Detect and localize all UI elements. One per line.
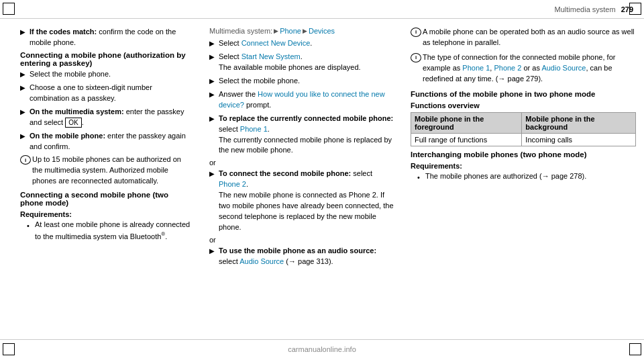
section1-heading: Connecting a mobile phone (authorization… [20,51,193,67]
arrow-icon-2: ▶ [20,70,30,80]
m-item6: ▶ To connect the second mobile phone: se… [209,169,394,233]
breadcrumb-phone: Phone [280,27,301,35]
header-bar: Multimedia system 279 [0,0,644,19]
s1-item3: ▶ On the multimedia system: enter the pa… [20,107,193,128]
breadcrumb-arrow-2: ▶ [303,28,307,34]
link-how-would[interactable]: How would you like to connect the new de… [219,90,385,109]
m-arrow-5: ▶ [209,114,219,124]
info-circle-icon-2: i [411,28,421,37]
r-req-item1: • The mobile phones are authorized (→ pa… [411,171,636,183]
r-info2: i The type of connection for the connect… [411,52,636,85]
m-item7: ▶ To use the mobile phone as an audio so… [209,246,394,267]
m-arrow-2: ▶ [209,52,219,62]
req-heading-left: Requirements: [20,210,193,218]
arrow-icon-4: ▶ [20,107,30,118]
table-cell-background: Incoming calls [522,133,636,146]
functions-heading: Functions of the mobile phone in two pho… [411,90,636,98]
s1-item2: ▶ Choose a one to sixteen-digit number c… [20,83,193,104]
m-item7-text: To use the mobile phone as an audio sour… [219,246,394,267]
intro-bullet: ▶ If the codes match: confirm the code o… [20,27,193,48]
m-arrow-7: ▶ [209,247,219,257]
table-header-background: Mobile phone in the background [522,112,636,133]
link-phone2-right[interactable]: Phone 2 [494,64,521,72]
arrow-icon-1: ▶ [20,28,30,38]
breadcrumb-start: Multimedia system: [209,27,272,35]
s1-item1-text: Select the mobile phone. [30,69,193,80]
table-cell-foreground: Full range of functions [411,133,522,146]
r-info1-text: A mobile phone can be operated both as a… [423,27,636,48]
m-item4: ▶ Answer the How would you like to conne… [209,89,394,111]
col-right: i A mobile phone can be operated both as… [402,24,644,334]
m-item5: ▶ To replace the currently connected mob… [209,114,394,156]
req-item-1: • At least one mobile phone is already c… [20,220,193,242]
or-1: or [209,159,394,167]
link-audio-source-right[interactable]: Audio Source [541,64,586,72]
content-area: ▶ If the codes match: confirm the code o… [0,19,644,339]
link-phone2[interactable]: Phone 2 [219,180,246,188]
page-container: Multimedia system 279 ▶ If the codes mat… [0,0,644,358]
intro-bold: If the codes match: [30,28,97,36]
arrow-icon-5: ▶ [20,132,30,142]
s1-item3-text: On the multimedia system: enter the pass… [30,107,193,128]
m-item5-text: To replace the currently connected mobil… [219,114,394,156]
info-item-1: i Up to 15 mobile phones can be authoriz… [20,154,193,187]
m-arrow-6: ▶ [209,169,219,179]
info-circle-icon-1: i [20,155,31,165]
link-start-new-system[interactable]: Start New System [241,52,301,60]
intro-text: If the codes match: confirm the code on … [30,27,193,48]
breadcrumb-devices[interactable]: Devices [309,27,335,35]
link-phone1[interactable]: Phone 1 [240,125,268,133]
col-left: ▶ If the codes match: confirm the code o… [0,24,201,334]
m-item1-text: Select Connect New Device. [219,38,394,49]
info-text-1: Up to 15 mobile phones can be authorized… [32,154,193,187]
col-middle: Multimedia system: ▶ Phone ▶ Devices ▶ S… [201,24,402,334]
breadcrumb: Multimedia system: ▶ Phone ▶ Devices [209,27,394,35]
or-2: or [209,236,394,244]
m-arrow-1: ▶ [209,39,219,49]
dot-icon-1: • [27,221,35,232]
r-info2-text: The type of connection for the connected… [423,52,636,85]
m-item2-text: Select Start New System.The available mo… [219,52,394,73]
r-req-item1-text: The mobile phones are authorized (→ page… [425,171,636,182]
header-title: Multimedia system [555,5,616,13]
dot-icon-2: • [417,173,425,183]
m-item3-text: Select the mobile phone. [219,76,394,87]
footer-watermark: carmanualonline.info [288,345,356,353]
s1-item2-text: Choose a one to sixteen-digit number com… [30,83,193,104]
link-connect-new-device[interactable]: Connect New Device [241,39,311,47]
m-item4-text: Answer the How would you like to connect… [219,89,394,111]
req-heading-right: Requirements: [411,162,636,170]
m-item2: ▶ Select Start New System.The available … [209,52,394,73]
s1-item4-text: On the mobile phone: enter the passkey a… [30,131,193,152]
footer-bar: carmanualonline.info [0,339,644,358]
functions-overview-heading: Functions overview [411,101,636,109]
interchanging-heading: Interchanging mobile phones (two phone m… [411,150,636,159]
req-item-1-text: At least one mobile phone is already con… [35,220,193,242]
header-page: 279 [621,5,633,13]
arrow-icon-3: ▶ [20,83,30,93]
table-header-foreground: Mobile phone in the foreground [411,112,522,133]
section2-heading: Connecting a second mobile phone (two ph… [20,191,193,207]
table-row: Full range of functions Incoming calls [411,133,636,146]
s1-item1: ▶ Select the mobile phone. [20,69,193,80]
m-item6-text: To connect the second mobile phone: sele… [219,169,394,233]
m-arrow-4: ▶ [209,90,219,100]
r-info1: i A mobile phone can be operated both as… [411,27,636,48]
breadcrumb-arrow-1: ▶ [274,28,278,34]
m-item3: ▶ Select the mobile phone. [209,76,394,87]
m-item1: ▶ Select Connect New Device. [209,38,394,49]
info-circle-icon-3: i [411,53,421,62]
link-audio-source[interactable]: Audio Source [239,257,284,265]
functions-table: Mobile phone in the foreground Mobile ph… [411,112,636,146]
link-phone1-right[interactable]: Phone 1 [462,64,490,72]
s1-item4: ▶ On the mobile phone: enter the passkey… [20,131,193,152]
m-arrow-3: ▶ [209,77,219,87]
